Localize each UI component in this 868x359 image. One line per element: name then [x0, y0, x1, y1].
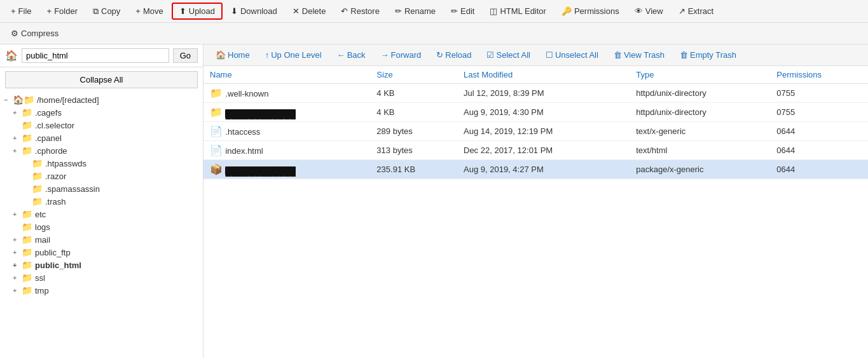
path-input[interactable] [22, 48, 169, 63]
folder-icon: 📁 [22, 133, 32, 143]
file-modified: Aug 14, 2019, 12:19 PM [457, 122, 630, 141]
uncheck-icon: ☐ [546, 50, 553, 60]
tree-item-label: mail [35, 235, 50, 245]
tree-item-label: public_ftp [35, 248, 71, 257]
file-table: Name Size Last Modified Type Permissions… [203, 66, 868, 179]
view-button[interactable]: 👁 View [628, 3, 670, 19]
tree-item[interactable]: +📁.cagefs [3, 106, 200, 119]
tree-item[interactable]: 📁.trash [3, 195, 200, 208]
rename-button[interactable]: ✏ Rename [388, 3, 443, 19]
path-bar: 🏠 Go [0, 44, 203, 67]
up-icon: ↑ [265, 50, 270, 60]
copy-icon: ⧉ [93, 6, 99, 17]
copy-button[interactable]: ⧉ Copy [86, 3, 127, 20]
folder-icon: 📁 [32, 171, 43, 181]
unselect-all-button[interactable]: ☐ Unselect All [539, 47, 605, 63]
file-type: httpd/unix-directory [630, 103, 770, 122]
toggle-icon: + [13, 210, 22, 218]
file-button[interactable]: + File [4, 3, 39, 19]
table-row[interactable]: 📁 .well-known4 KBJul 12, 2019, 8:39 PMht… [203, 84, 868, 103]
move-button[interactable]: + Move [128, 3, 170, 19]
file-permissions: 0644 [770, 141, 868, 160]
compress-button[interactable]: ⚙ Compress [4, 25, 65, 41]
file-area: 🏠 Home ↑ Up One Level ← Back → Forward ↻… [203, 44, 868, 358]
file-type: httpd/unix-directory [630, 84, 770, 103]
col-type[interactable]: Type [630, 66, 770, 84]
restore-button[interactable]: ↶ Restore [334, 3, 387, 19]
empty-trash-button[interactable]: 🗑 Empty Trash [673, 47, 743, 63]
back-button[interactable]: ← Back [330, 47, 373, 63]
home-icon: 🏠 [5, 50, 18, 62]
file-type: package/x-generic [630, 160, 770, 179]
tree-item[interactable]: +📁tmp [3, 284, 200, 297]
tree-item[interactable]: 📁.cl.selector [3, 119, 200, 132]
html-editor-icon: ◫ [490, 6, 497, 16]
file-icon: 📁 [210, 88, 225, 98]
file-size: 289 bytes [370, 122, 457, 141]
folder-button[interactable]: + Folder [40, 3, 85, 19]
tree-item[interactable]: +📁mail [3, 233, 200, 246]
home-nav-button[interactable]: 🏠 Home [209, 47, 257, 63]
file-name: .htaccess [225, 127, 260, 137]
reload-button[interactable]: ↻ Reload [429, 47, 478, 63]
edit-button[interactable]: ✏ Edit [444, 3, 481, 19]
tree-item-label: .razor [45, 172, 66, 181]
tree-item[interactable]: +📁ssl [3, 271, 200, 284]
collapse-all-button[interactable]: Collapse All [5, 71, 198, 88]
tree-item[interactable]: 📁logs [3, 220, 200, 233]
file-name: index.html [225, 146, 263, 156]
plus-icon: + [47, 6, 52, 16]
file-modified: Dec 22, 2017, 12:01 PM [457, 141, 630, 160]
extract-button[interactable]: ↗ Extract [672, 3, 720, 19]
file-size: 4 KB [370, 84, 457, 103]
col-modified[interactable]: Last Modified [457, 66, 630, 84]
tree-item[interactable]: +📁.cpanel [3, 132, 200, 144]
tree-item-label: ssl [35, 273, 45, 283]
tree-item[interactable]: 📁.spamassassin [3, 182, 200, 195]
extract-icon: ↗ [679, 6, 685, 16]
folder-icon: 📁 [32, 184, 43, 194]
tree-root[interactable]: − 🏠📁 /home/[redacted] [3, 93, 200, 106]
toggle-icon: + [13, 134, 22, 142]
tree-item[interactable]: +📁.cphorde [3, 144, 200, 157]
download-button[interactable]: ⬇ Download [224, 3, 284, 19]
tree-item-label: tmp [35, 286, 49, 295]
tree-item-label: public_html [35, 261, 81, 270]
select-all-button[interactable]: ☑ Select All [479, 47, 537, 63]
col-name[interactable]: Name [203, 66, 370, 84]
col-permissions[interactable]: Permissions [770, 66, 868, 84]
table-row[interactable]: 📁 ████████████4 KBAug 9, 2019, 4:30 PMht… [203, 103, 868, 122]
forward-button[interactable]: → Forward [374, 47, 429, 63]
tree-item[interactable]: 📁.htpasswds [3, 157, 200, 170]
delete-button[interactable]: ✕ Delete [286, 3, 333, 19]
file-icon: 📁 [210, 107, 225, 118]
toggle-icon: + [13, 261, 22, 269]
toggle-icon: + [13, 147, 22, 154]
tree-item[interactable]: +📁public_ftp [3, 246, 200, 259]
permissions-button[interactable]: 🔑 Permissions [555, 3, 626, 19]
upload-button[interactable]: ⬆ Upload [172, 3, 223, 20]
restore-icon: ↶ [341, 6, 348, 16]
tree-item[interactable]: +📁etc [3, 208, 200, 220]
file-type: text/x-generic [630, 122, 770, 141]
file-modified: Jul 12, 2019, 8:39 PM [457, 84, 630, 103]
view-trash-button[interactable]: 🗑 View Trash [607, 47, 672, 63]
folder-icon: 📁 [32, 158, 43, 168]
table-row[interactable]: 📄 .htaccess289 bytesAug 14, 2019, 12:19 … [203, 122, 868, 141]
up-one-level-button[interactable]: ↑ Up One Level [258, 47, 329, 63]
tree-item[interactable]: +📁public_html [3, 259, 200, 271]
col-size[interactable]: Size [370, 66, 457, 84]
rename-icon: ✏ [395, 6, 402, 16]
folder-icon: 📁 [32, 196, 43, 207]
folder-icon: 📁 [22, 146, 32, 156]
table-row[interactable]: 📄 index.html313 bytesDec 22, 2017, 12:01… [203, 141, 868, 160]
main-layout: 🏠 Go Collapse All − 🏠📁 /home/[redacted] … [0, 44, 868, 358]
table-row[interactable]: 📦 ████████████235.91 KBAug 9, 2019, 4:27… [203, 160, 868, 179]
tree-item[interactable]: 📁.razor [3, 170, 200, 182]
go-button[interactable]: Go [173, 48, 198, 63]
tree-item-label: etc [35, 210, 46, 219]
html-editor-button[interactable]: ◫ HTML Editor [483, 3, 553, 19]
folder-icon: 📁 [22, 285, 32, 295]
file-permissions: 0644 [770, 160, 868, 179]
main-toolbar: + File + Folder ⧉ Copy + Move ⬆ Upload ⬇… [0, 0, 868, 23]
